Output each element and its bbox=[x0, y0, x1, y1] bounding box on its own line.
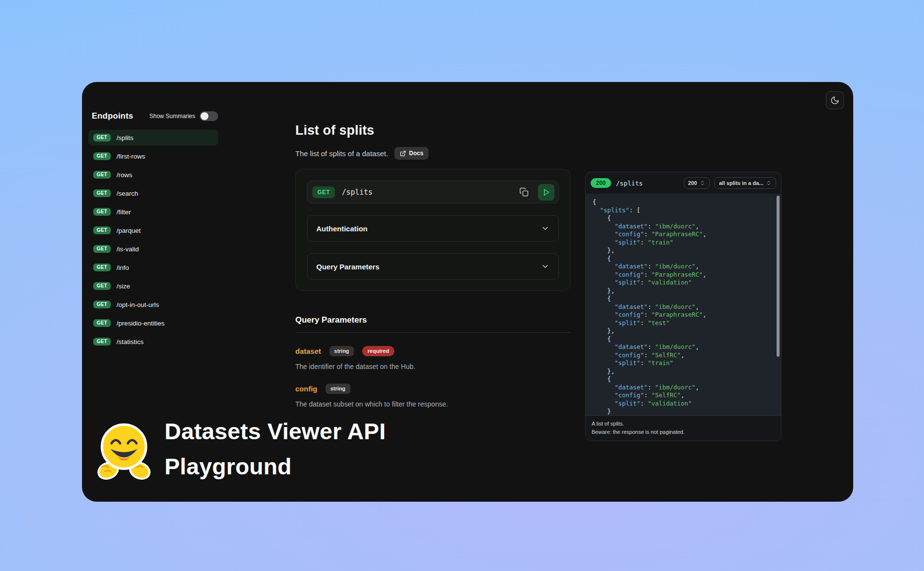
example-select[interactable]: all splits in a da... bbox=[715, 177, 776, 189]
method-badge: GET bbox=[93, 282, 111, 290]
endpoint-path: /size bbox=[117, 283, 130, 290]
query-parameters-accordion[interactable]: Query Parameters bbox=[307, 253, 559, 280]
endpoint-path: /search bbox=[117, 190, 138, 197]
authentication-accordion[interactable]: Authentication bbox=[307, 215, 559, 242]
method-badge: GET bbox=[93, 134, 111, 142]
accordion-label: Query Parameters bbox=[316, 263, 379, 271]
copy-button[interactable] bbox=[516, 185, 531, 200]
endpoint-path: /is-valid bbox=[117, 245, 139, 253]
param-name: dataset bbox=[295, 347, 321, 355]
accordion-label: Authentication bbox=[316, 224, 368, 233]
method-badge: GET bbox=[93, 226, 111, 234]
branding: Datasets Viewer API Playground bbox=[95, 414, 386, 484]
response-body: { "splits": [ { "dataset": "ibm/duorc", … bbox=[586, 194, 781, 415]
page-description: The list of splits of a dataset. bbox=[295, 149, 388, 158]
moon-icon bbox=[830, 96, 840, 105]
endpoint-path: /filter bbox=[117, 208, 131, 216]
status-badge: 200 bbox=[591, 178, 611, 188]
endpoint-path: /statistics bbox=[117, 338, 144, 346]
method-badge: GET bbox=[93, 319, 111, 327]
method-badge: GET bbox=[93, 189, 111, 197]
sidebar-header: Endpoints Show Summaries bbox=[88, 109, 218, 123]
external-link-icon bbox=[400, 150, 406, 157]
endpoints-sidebar: Endpoints Show Summaries GET/splitsGET/f… bbox=[88, 109, 218, 349]
method-badge: GET bbox=[93, 264, 111, 271]
sidebar-item-opt-in-out-urls[interactable]: GET/opt-in-out-urls bbox=[88, 297, 218, 312]
status-code-select-value: 200 bbox=[688, 180, 697, 186]
endpoint-list: GET/splitsGET/first-rowsGET/rowsGET/sear… bbox=[88, 130, 218, 349]
param-required-badge: required bbox=[362, 346, 394, 356]
chevrons-up-down-icon bbox=[699, 180, 705, 186]
toggle-knob bbox=[201, 112, 208, 120]
run-request-button[interactable] bbox=[538, 184, 554, 201]
app-title-line2: Playground bbox=[164, 449, 386, 484]
show-summaries-toggle[interactable] bbox=[200, 111, 218, 121]
query-parameters-section: Query Parameters datasetstringrequiredTh… bbox=[295, 315, 571, 408]
page-title: List of splits bbox=[295, 123, 374, 138]
param-type-badge: string bbox=[329, 346, 354, 356]
endpoint-path: /first-rows bbox=[117, 153, 145, 160]
response-footer-line: A list of splits. bbox=[592, 420, 775, 428]
endpoint-path: /info bbox=[117, 264, 129, 271]
sidebar-item-is-valid[interactable]: GET/is-valid bbox=[88, 241, 218, 257]
method-badge: GET bbox=[93, 152, 111, 160]
status-code-select[interactable]: 200 bbox=[684, 177, 710, 189]
method-badge: GET bbox=[312, 186, 335, 198]
play-icon bbox=[542, 188, 551, 197]
response-panel: 200 /splits 200 all splits in a da... { … bbox=[585, 172, 781, 441]
show-summaries-group: Show Summaries bbox=[149, 111, 218, 121]
query-param-list: datasetstringrequiredThe identifier of t… bbox=[295, 346, 571, 408]
app-card: Endpoints Show Summaries GET/splitsGET/f… bbox=[82, 82, 853, 502]
param-head: datasetstringrequired bbox=[295, 346, 571, 356]
scrollbar-thumb[interactable] bbox=[777, 196, 780, 357]
method-badge: GET bbox=[93, 208, 111, 216]
request-panel: GET /splits Authentication bbox=[295, 169, 571, 291]
method-badge: GET bbox=[93, 171, 111, 179]
docs-button-label: Docs bbox=[409, 150, 423, 157]
sidebar-item-parquet[interactable]: GET/parquet bbox=[88, 223, 218, 238]
method-badge: GET bbox=[93, 245, 111, 253]
method-badge: GET bbox=[93, 301, 111, 308]
response-footer-line: Beware: the response is not paginated. bbox=[592, 428, 775, 436]
response-header: 200 /splits 200 all splits in a da... bbox=[586, 172, 781, 194]
sidebar-item-splits[interactable]: GET/splits bbox=[88, 130, 218, 145]
method-badge: GET bbox=[93, 338, 111, 346]
sidebar-item-search[interactable]: GET/search bbox=[88, 185, 218, 201]
endpoint-path: /splits bbox=[117, 134, 134, 142]
dark-mode-toggle-button[interactable] bbox=[826, 91, 844, 109]
sidebar-title: Endpoints bbox=[92, 111, 133, 121]
copy-icon bbox=[519, 187, 529, 197]
endpoint-path: /rows bbox=[117, 171, 132, 179]
query-parameters-title: Query Parameters bbox=[295, 315, 571, 333]
request-bar: GET /splits bbox=[307, 181, 559, 204]
sidebar-item-filter[interactable]: GET/filter bbox=[88, 204, 218, 220]
sidebar-item-first-rows[interactable]: GET/first-rows bbox=[88, 148, 218, 164]
sidebar-item-info[interactable]: GET/info bbox=[88, 260, 218, 275]
query-param-config: configstringThe dataset subset on which … bbox=[295, 384, 571, 408]
subtitle-row: The list of splits of a dataset. Docs bbox=[295, 147, 429, 160]
sidebar-item-rows[interactable]: GET/rows bbox=[88, 167, 218, 183]
response-footer: A list of splits. Beware: the response i… bbox=[586, 415, 781, 441]
sidebar-item-size[interactable]: GET/size bbox=[88, 278, 218, 294]
json-viewer: { "splits": [ { "dataset": "ibm/duorc", … bbox=[586, 194, 781, 415]
app-title: Datasets Viewer API Playground bbox=[164, 414, 386, 484]
param-name: config bbox=[295, 385, 317, 393]
chevrons-up-down-icon bbox=[766, 180, 772, 186]
hugging-face-emoji bbox=[95, 422, 153, 481]
param-head: configstring bbox=[295, 384, 571, 394]
endpoint-path: /presidio-entities bbox=[117, 320, 164, 327]
example-select-value: all splits in a da... bbox=[719, 180, 763, 186]
request-path: /splits bbox=[342, 188, 510, 197]
param-description: The dataset subset on which to filter th… bbox=[295, 400, 571, 408]
app-title-line1: Datasets Viewer API bbox=[164, 414, 386, 449]
sidebar-item-presidio-entities[interactable]: GET/presidio-entities bbox=[88, 315, 218, 331]
show-summaries-label: Show Summaries bbox=[149, 113, 195, 120]
docs-button[interactable]: Docs bbox=[394, 147, 429, 160]
sidebar-item-statistics[interactable]: GET/statistics bbox=[88, 334, 218, 349]
endpoint-path: /opt-in-out-urls bbox=[117, 301, 159, 308]
query-param-dataset: datasetstringrequiredThe identifier of t… bbox=[295, 346, 571, 370]
chevron-down-icon bbox=[541, 262, 550, 271]
response-path: /splits bbox=[616, 180, 643, 187]
param-description: The identifier of the dataset on the Hub… bbox=[295, 363, 571, 370]
param-type-badge: string bbox=[326, 384, 350, 394]
